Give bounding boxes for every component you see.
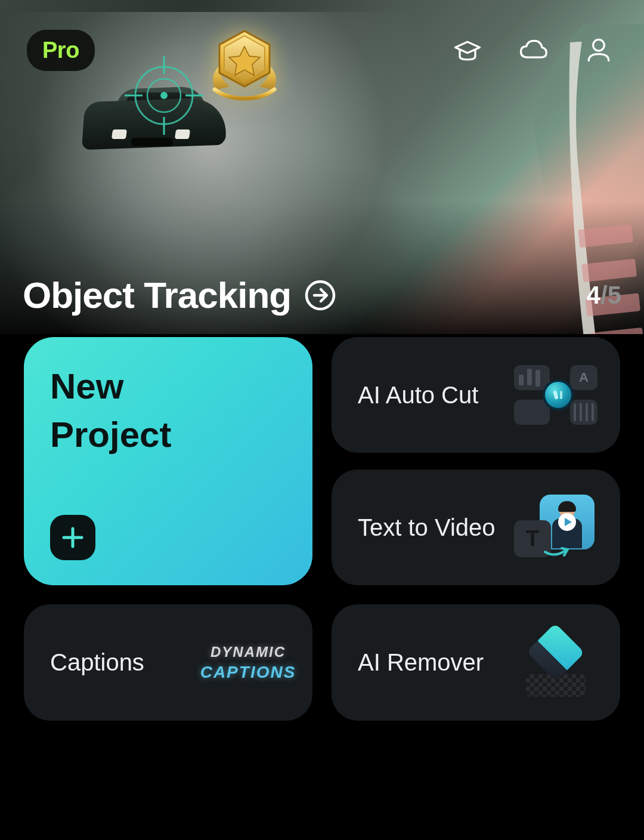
dynamic-captions-icon: DYNAMIC CAPTIONS — [206, 627, 290, 699]
cloud-button[interactable] — [516, 34, 550, 67]
card-label: Text to Video — [358, 514, 496, 541]
hero-action-button[interactable] — [304, 279, 336, 311]
captions-card[interactable]: Captions DYNAMIC CAPTIONS — [24, 604, 312, 721]
card-label: Captions — [50, 649, 144, 676]
svg-point-9 — [593, 39, 605, 51]
profile-button[interactable] — [582, 34, 615, 67]
card-label: AI Remover — [358, 649, 484, 676]
cloud-icon — [518, 35, 549, 66]
eraser-icon — [514, 627, 597, 699]
new-project-plus — [50, 515, 95, 560]
new-project-title: NewProject — [50, 362, 286, 459]
person-icon — [583, 35, 614, 66]
hero-title: Object Tracking — [23, 274, 291, 316]
text-to-video-card[interactable]: Text to Video T — [332, 470, 620, 585]
card-label: AI Auto Cut — [358, 382, 478, 409]
arrow-right-circle-icon — [304, 279, 336, 311]
svg-point-2 — [160, 92, 168, 99]
text-to-video-icon: T — [514, 492, 597, 563]
new-project-card[interactable]: NewProject — [24, 337, 312, 585]
hero-banner[interactable]: Pro Object Tracking — [0, 0, 644, 334]
learn-button[interactable] — [451, 34, 484, 67]
pager-current: 4 — [587, 281, 600, 309]
graduation-cap-icon — [452, 35, 483, 66]
ai-auto-cut-card[interactable]: AI Auto Cut A — [332, 337, 620, 453]
plus-icon — [61, 526, 84, 549]
carousel-pager: 4/5 — [587, 281, 621, 310]
pro-badge[interactable]: Pro — [27, 30, 95, 71]
auto-cut-icon: A — [514, 359, 597, 431]
ai-remover-card[interactable]: AI Remover — [332, 604, 620, 721]
